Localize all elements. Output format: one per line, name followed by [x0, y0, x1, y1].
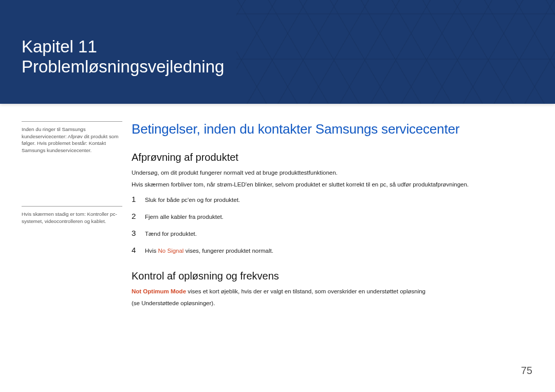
step-number: 3	[132, 229, 145, 237]
step-number: 1	[132, 195, 145, 203]
chapter-title-line: Problemløsningsvejledning	[22, 57, 224, 77]
page-number: 75	[521, 365, 532, 377]
step4-prefix: Hvis	[145, 248, 158, 254]
step-text: Hvis No Signal vises, fungerer produktet…	[145, 247, 273, 255]
step-item: 2 Fjern alle kabler fra produktet.	[132, 212, 530, 221]
page-content: Inden du ringer til Samsungs kundeservic…	[0, 104, 555, 311]
side-note-1: Inden du ringer til Samsungs kundeservic…	[22, 121, 122, 159]
banner-pattern	[236, 0, 555, 104]
step-item: 1 Sluk for både pc'en og for produktet.	[132, 195, 530, 204]
sidebar: Inden du ringer til Samsungs kundeservic…	[0, 121, 132, 311]
step-text: Fjern alle kabler fra produktet.	[145, 213, 224, 221]
section-title: Betingelser, inden du kontakter Samsungs…	[132, 121, 530, 137]
step-number: 4	[132, 246, 145, 254]
banner-heading: Kapitel 11 Problemløsningsvejledning	[22, 37, 224, 77]
step-list: 1 Sluk for både pc'en og for produktet. …	[132, 195, 530, 256]
resolution-highlight: Not Optimum Mode	[132, 288, 186, 294]
main-column: Betingelser, inden du kontakter Samsungs…	[132, 121, 555, 311]
step4-highlight: No Signal	[158, 248, 184, 254]
step-text: Tænd for produktet.	[145, 230, 197, 238]
step-item: 3 Tænd for produktet.	[132, 229, 530, 238]
chapter-number-line: Kapitel 11	[22, 37, 224, 57]
subsection-title-testing: Afprøvning af produktet	[132, 152, 530, 163]
testing-para-1: Undersøg, om dit produkt fungerer normal…	[132, 169, 530, 177]
step-text: Sluk for både pc'en og for produktet.	[145, 196, 240, 204]
testing-para-2: Hvis skærmen forbliver tom, når strøm-LE…	[132, 180, 530, 189]
step-number: 2	[132, 212, 145, 220]
step4-suffix: vises, fungerer produktet normalt.	[183, 248, 273, 254]
chapter-banner: Kapitel 11 Problemløsningsvejledning	[0, 0, 555, 104]
step-item: 4 Hvis No Signal vises, fungerer produkt…	[132, 246, 530, 255]
subsection-title-resolution: Kontrol af opløsning og frekvens	[132, 270, 530, 282]
side-note-2: Hvis skærmen stadig er tom: Kontroller p…	[22, 206, 122, 230]
resolution-para-1: Not Optimum Mode vises et kort øjeblik, …	[132, 287, 530, 296]
resolution-para-2: (se Understøttede opløsninger).	[132, 299, 530, 308]
resolution-rest: vises et kort øjeblik, hvis der er valgt…	[186, 288, 425, 294]
